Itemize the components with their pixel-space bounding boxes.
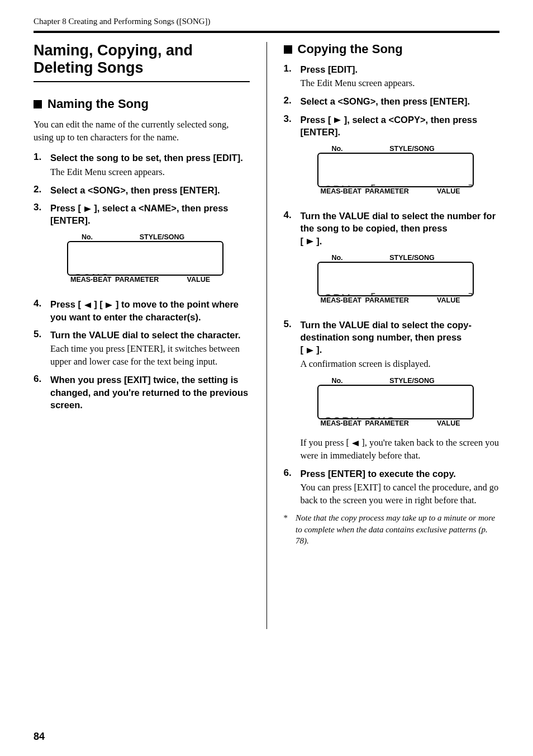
steps-left: 1. Select the song to be set, then press…: [34, 152, 250, 411]
step-4: 4. Press [ ] [ ] to move to the point wh…: [34, 298, 250, 323]
lcd-figure-name: No. STYLE/SONG SONG Name:---------- MEAS…: [67, 233, 223, 284]
step-body: The Edit Menu screen appears.: [50, 166, 250, 178]
lcd-label-parameter: PARAMETER: [365, 187, 418, 195]
right-arrow-icon: [84, 206, 92, 212]
step-5: 5. Turn the VALUE dial to select the cha…: [34, 329, 250, 368]
top-rule: [34, 31, 499, 33]
left-arrow-icon: [351, 440, 359, 447]
lcd-labels-bottom: MEAS-BEAT PARAMETER VALUE: [317, 187, 474, 195]
step-suffix-b: ].: [316, 344, 322, 355]
lcd-label-value: VALUE: [418, 296, 470, 304]
right-arrow-icon: [105, 302, 113, 309]
step-bold: Turn the VALUE dial to select the charac…: [50, 329, 250, 341]
lcd-labels-top: No. STYLE/SONG: [317, 254, 474, 262]
subsection-label: Naming the Song: [47, 97, 149, 111]
step-suffix-a: [: [301, 236, 304, 246]
step-1: 1. Select the song to be set, then press…: [34, 152, 250, 178]
step-bold: Turn the VALUE dial to select the number…: [301, 210, 500, 247]
step-number: 5.: [284, 319, 301, 462]
lcd-label-style-song: STYLE/SONG: [354, 377, 470, 385]
step-body: Each time you press [ENTER], it switches…: [50, 342, 250, 368]
svg-marker-1: [84, 303, 91, 308]
lcd-label-no: No.: [321, 254, 354, 262]
subsection-naming: Naming the Song: [34, 97, 250, 111]
lcd-screen: CPY [----------] SrcSong: S001▸: [317, 153, 474, 187]
step-text-b: ] [: [94, 299, 103, 309]
lcd-screen: COPY OK? ◂ Press [ENTER]: [317, 385, 474, 419]
svg-marker-6: [352, 441, 359, 446]
lcd-label-meas-beat: MEAS-BEAT: [321, 419, 365, 427]
step-bold: Select a <SONG>, then press [ENTER].: [50, 184, 250, 196]
lcd-label-meas-beat: MEAS-BEAT: [321, 187, 365, 195]
step-text: Turn the VALUE dial to select the copy-d…: [301, 320, 472, 342]
lcd-label-no: No.: [321, 377, 354, 385]
left-column: Naming, Copying, and Deleting Songs Nami…: [34, 42, 250, 629]
lcd-label-style-song: STYLE/SONG: [104, 233, 220, 241]
lcd-label-no: No.: [70, 233, 104, 241]
step-number: 4.: [34, 298, 50, 323]
section-rule: [34, 81, 250, 82]
step-bold: Select a <SONG>, then press [ENTER].: [301, 95, 500, 107]
lcd-label-style-song: STYLE/SONG: [354, 254, 470, 262]
step-3: 3. Press [ ], select a <COPY>, then pres…: [284, 114, 500, 205]
footnote-text: Note that the copy process may take up t…: [296, 512, 499, 546]
step-body2: If you press [ ], you're taken back to t…: [301, 436, 500, 462]
page-number: 84: [34, 731, 45, 743]
right-column: Copying the Song 1. Press [EDIT]. The Ed…: [284, 42, 500, 629]
lcd-screen: SONG Name:----------: [67, 241, 223, 276]
svg-marker-2: [106, 303, 112, 308]
lcd-label-parameter: PARAMETER: [365, 419, 418, 427]
step-number: 5.: [34, 329, 50, 368]
lcd-screen: CPY [----------] ◂DstSong: S002▸: [317, 262, 474, 296]
right-arrow-icon: [306, 347, 314, 354]
svg-marker-0: [84, 206, 91, 212]
body2-a: If you press [: [301, 437, 350, 448]
svg-marker-5: [307, 348, 313, 353]
step-text: Turn the VALUE dial to select the number…: [301, 211, 496, 233]
right-arrow-icon: [334, 117, 341, 124]
step-4: 4. Turn the VALUE dial to select the num…: [284, 210, 500, 313]
step-bold: Select the song to be set, then press [E…: [50, 152, 250, 164]
step-bold: Press [EDIT].: [301, 63, 500, 75]
step-bold: Press [ ], select a <NAME>, then press […: [50, 202, 250, 227]
main-columns: Naming, Copying, and Deleting Songs Nami…: [34, 42, 499, 629]
svg-marker-3: [334, 117, 341, 123]
lcd-label-meas-beat: MEAS-BEAT: [321, 296, 365, 304]
step-number: 1.: [34, 152, 50, 178]
step-bold: Press [ ], select a <COPY>, then press […: [301, 114, 500, 139]
lcd-label-value: VALUE: [418, 419, 470, 427]
square-bullet-icon: [34, 100, 42, 108]
step-number: 2.: [284, 95, 301, 107]
step-6: 6. Press [ENTER] to execute the copy. Yo…: [284, 467, 500, 507]
lcd-label-parameter: PARAMETER: [365, 296, 418, 304]
lcd-label-parameter: PARAMETER: [115, 276, 168, 284]
lcd-label-style-song: STYLE/SONG: [354, 145, 470, 153]
right-arrow-icon: [306, 238, 314, 245]
step-number: 4.: [284, 210, 301, 313]
lcd-figure-confirm: No. STYLE/SONG COPY OK? ◂ Press [ENTER] …: [317, 377, 474, 427]
lcd-label-value: VALUE: [168, 276, 220, 284]
step-bold: Turn the VALUE dial to select the copy-d…: [301, 319, 500, 356]
lcd-label-no: No.: [321, 145, 354, 153]
step-bold: When you press [EXIT] twice, the setting…: [50, 374, 250, 411]
footnote-star: *: [284, 512, 288, 546]
step-number: 1.: [284, 63, 301, 89]
step-6: 6. When you press [EXIT] twice, the sett…: [34, 374, 250, 411]
square-bullet-icon: [284, 45, 292, 54]
lcd-label-value: VALUE: [418, 187, 470, 195]
step-bold: Press [ENTER] to execute the copy.: [301, 467, 500, 480]
step-number: 6.: [34, 374, 50, 411]
step-2: 2. Select a <SONG>, then press [ENTER].: [284, 95, 500, 107]
left-arrow-icon: [84, 302, 92, 309]
subsection-copying: Copying the Song: [284, 42, 500, 56]
step-1: 1. Press [EDIT]. The Edit Menu screen ap…: [284, 63, 500, 89]
lcd-figure-dst: No. STYLE/SONG CPY [----------] ◂DstSong…: [317, 254, 474, 304]
lcd-labels-top: No. STYLE/SONG: [67, 233, 223, 241]
step-2: 2. Select a <SONG>, then press [ENTER].: [34, 184, 250, 196]
step-number: 3.: [284, 114, 301, 205]
lcd-labels-top: No. STYLE/SONG: [317, 145, 474, 153]
step-number: 3.: [34, 202, 50, 293]
lcd-labels-bottom: MEAS-BEAT PARAMETER VALUE: [317, 419, 474, 427]
subsection-label: Copying the Song: [298, 42, 403, 56]
step-5: 5. Turn the VALUE dial to select the cop…: [284, 319, 500, 462]
